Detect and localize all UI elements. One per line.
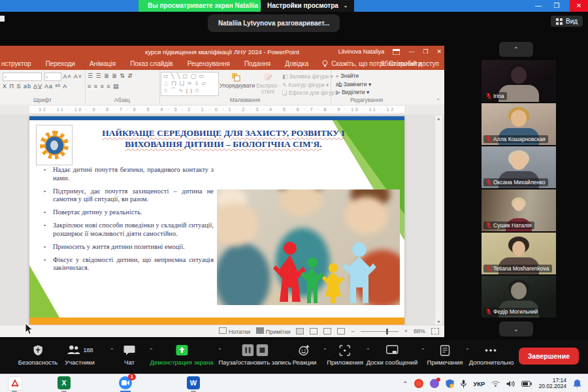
collapse-videos-up-button[interactable]: ⌃ [499, 42, 533, 57]
participant-tile[interactable]: Irina [482, 60, 556, 102]
security-button[interactable]: Безопасность [18, 344, 58, 366]
collapse-ribbon-icon[interactable]: ⌃ [436, 98, 440, 104]
lightbulb-icon [322, 60, 328, 67]
participants-button[interactable]: 188 Участники [65, 344, 94, 366]
comments-toggle[interactable]: Примітки [256, 327, 290, 335]
acrobat-taskbar-icon[interactable] [8, 376, 22, 391]
speaker-tray-icon[interactable] [506, 380, 515, 387]
end-meeting-button[interactable]: Завершение [519, 348, 579, 365]
excel-taskbar-icon[interactable]: X [57, 376, 71, 389]
tab-retsenzuvannia[interactable]: Рецензування [180, 60, 237, 67]
reactions-button[interactable]: Реакции [293, 344, 317, 366]
tab-podannia[interactable]: Подання [237, 60, 278, 67]
shapes-gallery[interactable]: ▭ ╲ ╲ ▢ ◯ ▭△ ⼌ ⼐ ⇨ ⇩ ▱☆ ⌒ ∿ { } ✩ [161, 72, 219, 96]
slideshow-view-icon[interactable] [337, 328, 345, 335]
tab-perekhody[interactable]: Переходи [39, 60, 82, 67]
participant-tile[interactable]: Федір Могильний [482, 276, 556, 318]
quick-styles-icon [264, 73, 272, 82]
maximize-button[interactable]: ❐ [547, 0, 566, 12]
pause-recording-icon[interactable] [242, 344, 253, 356]
participant-name: Irina [493, 93, 504, 99]
ppt-ruler: 12 · 11 · 10 · 9 · 8 · 7 · 6 · 5 · 4 · 3… [0, 105, 444, 114]
list-indent-buttons[interactable]: ☰ ☰ ≣ ≣ ⇅ ⇵ [88, 73, 133, 79]
slide-sorter-view-icon[interactable] [310, 328, 318, 335]
bullet-item: Повертає дитину у реальність. [42, 208, 214, 217]
share-access-button[interactable]: Спільний доступ [380, 60, 439, 67]
stop-recording-icon[interactable] [256, 344, 268, 356]
share-screen-button[interactable]: Демонстрация экрана [150, 344, 213, 366]
participants-chevron-icon[interactable]: ⌃ [110, 348, 114, 353]
ppt-close-icon[interactable]: ✕ [436, 48, 442, 55]
word-taskbar-icon[interactable]: W [187, 376, 200, 389]
chat-label: Чат [124, 359, 135, 366]
vertical-scrollbar[interactable]: ▲ ▼ [434, 114, 443, 325]
quick-styles-button[interactable]: Експрес-стилі [255, 73, 281, 95]
windows-taskbar: X 1 W ⌃ УКР 17:14 20.02.2024 [0, 374, 588, 392]
font-name-input[interactable]: ⌄ [3, 73, 42, 81]
whiteboards-button[interactable]: Доски сообщений [367, 344, 417, 366]
arrange-button[interactable]: Упорядкувати [220, 73, 253, 89]
browser-tray-icon[interactable] [414, 379, 423, 388]
comments-icon [256, 327, 264, 334]
language-indicator[interactable]: УКР [473, 380, 485, 387]
replace-label: Замінити [344, 81, 367, 88]
microphone-tray-icon[interactable] [461, 380, 466, 388]
view-settings-button[interactable]: Настройки просмотра ⌄ [261, 0, 354, 12]
slide[interactable]: НАЙКРАЩЕ СЕРЕДОВИЩЕ ДЛЯ ЗАХИСТУ, РОЗВИТК… [29, 116, 404, 325]
notes-button[interactable]: Примечания [427, 344, 463, 366]
align-buttons[interactable]: ≡ ≡ ≡ ≡ ▤ [88, 83, 120, 90]
replace-button[interactable]: ab̲ Замінити ▾ [336, 80, 371, 89]
fit-to-window-icon[interactable] [431, 328, 439, 335]
notes-toggle[interactable]: Нотатки [219, 327, 250, 335]
ppt-status-bar: Нотатки Примітки − + 88% [0, 325, 444, 337]
paragraph-group-label: Абзац [85, 97, 159, 103]
more-label: Дополнительно [469, 359, 514, 366]
scroll-up-icon[interactable]: ▲ [435, 116, 442, 121]
chat-button[interactable]: Чат [123, 344, 135, 366]
normal-view-icon[interactable] [296, 328, 304, 335]
tab-dovidka[interactable]: Довідка [278, 60, 316, 67]
ppt-restore-icon[interactable]: ❐ [423, 48, 428, 55]
reading-view-icon[interactable] [323, 328, 331, 335]
find-button[interactable]: ⌕ Знайти [336, 72, 371, 80]
tray-expand-icon[interactable]: ⌃ [402, 380, 408, 387]
wifi-tray-icon[interactable] [491, 380, 500, 387]
participant-tile[interactable]: Алла Кошарновская [482, 103, 556, 145]
clock[interactable]: 17:14 20.02.2024 [538, 378, 566, 390]
apps-button[interactable]: Приложения [327, 344, 363, 366]
muted-mic-icon [486, 136, 491, 142]
notification-bell-icon[interactable] [573, 379, 581, 388]
tab-animatsia[interactable]: Анімація [82, 60, 123, 67]
select-button[interactable]: ▷ Виділити ▾ [336, 88, 371, 97]
zoom-taskbar-icon[interactable]: 1 [119, 376, 132, 389]
font-format-buttons[interactable]: X П S ab A̲V̲ Aa ᵃᵇ A [3, 83, 67, 90]
zoom-slider-thumb[interactable] [386, 329, 388, 335]
gallery-view-button[interactable]: Вид [551, 16, 583, 27]
viber-tray-icon[interactable] [430, 379, 439, 388]
record-controls[interactable]: Пауза/остановить запись [218, 344, 291, 366]
scroll-videos-down-button[interactable]: ⌄ [499, 321, 533, 336]
zoom-notification-badge: 1 [128, 374, 136, 380]
zoom-level[interactable]: 88% [414, 328, 425, 335]
zoom-in-button[interactable]: + [404, 328, 408, 335]
participants-count: 188 [83, 347, 93, 353]
zoom-out-button[interactable]: − [351, 328, 354, 335]
more-button[interactable]: ••• Дополнительно [469, 344, 514, 366]
scroll-down-icon[interactable]: ▼ [435, 319, 442, 324]
zoom-slider[interactable] [361, 331, 399, 332]
whiteboards-chevron-icon[interactable]: ⌃ [421, 348, 425, 353]
whiteboards-label: Доски сообщений [367, 359, 417, 366]
minimize-button[interactable]: — [529, 0, 547, 12]
close-button[interactable]: ✕ [570, 0, 588, 12]
ppt-minimize-icon[interactable]: — [408, 48, 414, 55]
meeting-toolbar: Безопасность 188 Участники ⌃ Чат ⌃ Демон… [0, 340, 588, 374]
participant-tile[interactable]: Tetiana Mosharenkova [482, 233, 556, 274]
tab-pokaz-slaidiv[interactable]: Показ слайдів [123, 60, 180, 67]
ribbon-options-icon[interactable] [393, 49, 400, 55]
font-size-input[interactable]: ⌄ [44, 73, 61, 81]
tab-konstruktor[interactable]: нструктор [0, 60, 39, 67]
security-shield-tray-icon[interactable] [446, 379, 454, 388]
battery-tray-icon[interactable] [521, 381, 532, 387]
participant-tile[interactable]: Оксана Михайленко [482, 146, 556, 188]
participant-tile[interactable]: Сушик Наталія [482, 189, 556, 231]
